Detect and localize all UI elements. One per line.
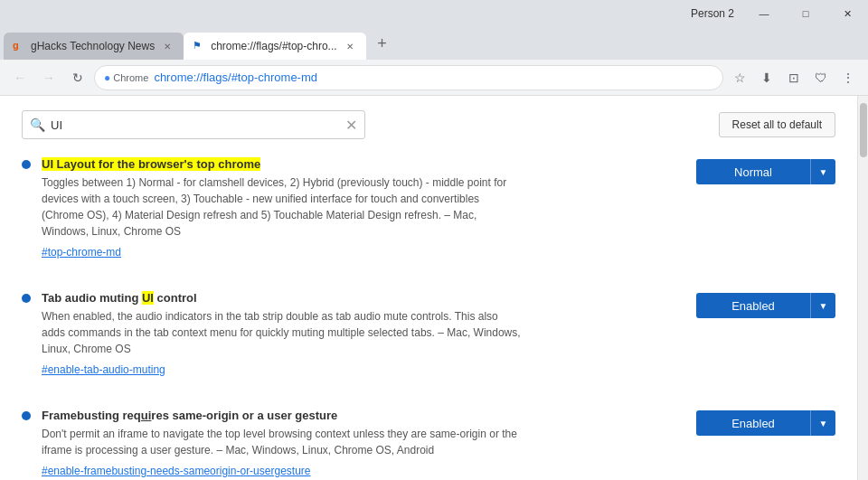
flag-item-tab-audio-muting: Tab audio muting UI control When enabled… [22, 291, 835, 383]
titlebar: Person 2 — □ ✕ [0, 0, 868, 27]
back-icon: ← [14, 71, 26, 85]
forward-icon: → [42, 71, 55, 85]
flag-dropdown-1[interactable]: Normal ▼ [696, 159, 835, 184]
flag-content-1: UI Layout for the browser's top chrome T… [42, 157, 678, 259]
flag-dropdown-label-3: Enabled [696, 417, 810, 430]
search-icon: 🔍 [30, 118, 45, 132]
flag-item-framebusting: Framebusting requires same-origin or a u… [22, 409, 835, 480]
flag-link-1[interactable]: #top-chrome-md [42, 246, 121, 259]
bookmark-button[interactable]: ☆ [727, 65, 752, 90]
flag-description-3: Don't permit an iframe to navigate the t… [42, 426, 521, 458]
window-controls: — □ ✕ [743, 0, 868, 27]
flag-control-3: Enabled ▼ [696, 410, 835, 436]
flag-title-part-3a: Framebusting req [42, 409, 141, 422]
content-area: 🔍 ✕ Reset all to default UI Layout for t… [0, 96, 868, 480]
menu-button[interactable]: ⋮ [835, 65, 861, 90]
search-bar: 🔍 ✕ Reset all to default [22, 110, 835, 139]
main-content: 🔍 ✕ Reset all to default UI Layout for t… [0, 96, 857, 480]
search-clear-button[interactable]: ✕ [345, 117, 357, 134]
flag-description-1: Toggles between 1) Normal - for clamshel… [42, 174, 521, 240]
address-input[interactable] [154, 71, 713, 84]
toolbar: ← → ↻ ● Chrome ☆ ⬇ ⊡ 🛡 ⋮ [0, 60, 868, 96]
flag-content-2: Tab audio muting UI control When enabled… [42, 291, 678, 376]
flag-dropdown-2[interactable]: Enabled ▼ [696, 293, 835, 318]
screensaver-icon: ⊡ [788, 71, 799, 85]
tab-favicon-ghacks: g [13, 40, 25, 52]
flag-content-3: Framebusting requires same-origin or a u… [42, 409, 678, 477]
flag-dropdown-label-2: Enabled [696, 299, 810, 313]
flag-title-part-2a: Tab audio muting [42, 291, 142, 305]
maximize-button[interactable]: □ [785, 0, 826, 27]
tab-close-flags[interactable]: ✕ [343, 39, 357, 53]
download-icon: ⬇ [761, 71, 772, 85]
flag-dot-2 [22, 294, 31, 303]
flag-title-3: Framebusting requires same-origin or a u… [42, 409, 678, 422]
address-bar[interactable]: ● Chrome [94, 65, 723, 90]
tab-label-ghacks: gHacks Technology News [31, 40, 155, 52]
flag-dropdown-label-1: Normal [696, 165, 810, 179]
flag-link-3[interactable]: #enable-framebusting-needs-sameorigin-or… [42, 465, 311, 477]
tab-label-flags: chrome://flags/#top-chro... [211, 40, 336, 52]
profile-name: Person 2 [691, 7, 734, 20]
toolbar-right: ☆ ⬇ ⊡ 🛡 ⋮ [727, 65, 861, 90]
tabbar: g gHacks Technology News ✕ ⚑ chrome://fl… [0, 27, 868, 60]
flag-dropdown-arrow-2: ▼ [810, 293, 835, 318]
chrome-text: Chrome [113, 72, 148, 83]
flag-title-part-3b: res same-origin or a user gesture [151, 409, 337, 422]
bookmark-icon: ☆ [734, 71, 746, 85]
close-button[interactable]: ✕ [826, 0, 868, 27]
flag-title-part-2b: control [154, 291, 197, 305]
flag-control-1: Normal ▼ [696, 159, 835, 184]
flag-dot-3 [22, 411, 31, 420]
chrome-label: ● Chrome [104, 71, 148, 84]
flag-control-2: Enabled ▼ [696, 293, 835, 318]
flag-title-1: UI Layout for the browser's top chrome [42, 157, 678, 171]
shield-icon: 🛡 [815, 71, 827, 85]
new-tab-button[interactable]: + [370, 31, 395, 56]
forward-button[interactable]: → [36, 65, 61, 90]
flag-link-2[interactable]: #enable-tab-audio-muting [42, 363, 165, 376]
menu-icon: ⋮ [842, 71, 854, 85]
reload-icon: ↻ [72, 71, 83, 85]
scrollbar[interactable] [857, 96, 868, 480]
flag-item-top-chrome-md: UI Layout for the browser's top chrome T… [22, 157, 835, 266]
shield-button[interactable]: 🛡 [808, 65, 834, 90]
tab-ghacks[interactable]: g gHacks Technology News ✕ [4, 33, 184, 60]
screensaver-button[interactable]: ⊡ [781, 65, 807, 90]
flag-title-highlight-1: UI Layout for the browser's top chrome [42, 157, 260, 171]
minimize-button[interactable]: — [743, 0, 785, 27]
flag-title-highlight-2: UI [142, 291, 154, 305]
reset-all-button[interactable]: Reset all to default [719, 112, 835, 137]
tab-favicon-flags: ⚑ [193, 40, 205, 52]
reload-button[interactable]: ↻ [65, 65, 90, 90]
tab-flags[interactable]: ⚑ chrome://flags/#top-chro... ✕ [184, 33, 365, 60]
back-button[interactable]: ← [7, 65, 33, 90]
scrollbar-thumb[interactable] [860, 103, 867, 157]
flag-title-underline-3: ui [141, 409, 152, 422]
flag-dot-1 [22, 160, 31, 169]
tab-close-ghacks[interactable]: ✕ [160, 39, 175, 53]
flag-description-2: When enabled, the audio indicators in th… [42, 308, 521, 357]
search-input[interactable] [51, 118, 340, 132]
flag-dropdown-arrow-3: ▼ [810, 410, 835, 436]
search-input-wrap[interactable]: 🔍 ✕ [22, 110, 365, 139]
flag-dropdown-3[interactable]: Enabled ▼ [696, 410, 835, 436]
download-button[interactable]: ⬇ [754, 65, 779, 90]
flag-dropdown-arrow-1: ▼ [810, 159, 835, 184]
flag-title-2: Tab audio muting UI control [42, 291, 678, 305]
